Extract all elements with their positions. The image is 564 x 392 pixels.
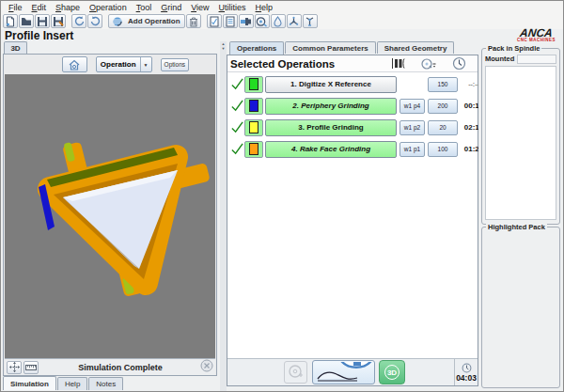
menu-file[interactable]: File — [4, 3, 27, 12]
axes-icon — [288, 16, 300, 27]
axes-setup-button[interactable] — [287, 14, 302, 28]
menu-help[interactable]: Help — [251, 3, 278, 12]
undo-icon — [73, 15, 86, 27]
view-toolbar: Operation ▼ Options — [5, 55, 215, 74]
delete-operation-button[interactable] — [186, 14, 201, 28]
new-file-icon — [5, 16, 16, 27]
operation-color-swatch[interactable] — [244, 119, 263, 136]
anca-logo-name: ANCA — [516, 27, 556, 39]
check-icon — [230, 142, 244, 156]
open-file-button[interactable] — [19, 14, 34, 28]
operation-button-rake-face[interactable]: 4. Rake Face Grinding — [265, 141, 397, 158]
main-toolbar: Add Operation — [1, 13, 563, 29]
operations-tabs: Operations Common Parameters Shared Geom… — [229, 41, 454, 55]
mounted-row: Mounted — [485, 54, 556, 64]
add-operation-button[interactable]: Add Operation — [108, 14, 185, 28]
title-bar: Profile Insert ANCA CNC MACHINES — [1, 29, 563, 41]
wheel-pack-icon — [391, 57, 406, 70]
wheel-contact-icon — [316, 362, 372, 383]
panel-splitter[interactable]: ▲ ▼ — [220, 41, 227, 391]
droplet-icon — [273, 16, 283, 27]
summary-button[interactable] — [223, 14, 238, 28]
view-panel: 3D Operation ▼ Options — [1, 41, 220, 391]
menu-view[interactable]: View — [186, 3, 213, 12]
time-estimate-button[interactable] — [447, 56, 470, 71]
menu-utilities[interactable]: Utilities — [214, 3, 251, 12]
tab-help[interactable]: Help — [57, 377, 87, 390]
tab-shared-geometry[interactable]: Shared Geometry — [377, 41, 455, 54]
left-bottom-tabs: Simulation Help Notes — [3, 376, 123, 390]
menu-grind[interactable]: Grind — [156, 3, 186, 12]
operation-color-swatch[interactable] — [244, 76, 263, 93]
wheel-button[interactable]: w1 p2 — [400, 120, 425, 135]
pack-in-spindle-title: Pack in Spindle — [486, 44, 541, 53]
operations-footer: 3D 04:03 — [227, 358, 478, 385]
splitter-down-icon[interactable]: ▼ — [220, 46, 227, 51]
save-button[interactable] — [35, 14, 50, 28]
wheel-pack-button[interactable] — [387, 56, 410, 71]
mounted-field[interactable] — [517, 55, 556, 64]
cycle-time-value: 04:03 — [456, 373, 477, 383]
wheel-disabled-icon — [288, 364, 305, 381]
tab-notes[interactable]: Notes — [88, 377, 123, 390]
feed-value-button[interactable]: 100 — [428, 142, 458, 157]
operations-panel: Selected Operations 1. Digitize X Refere… — [227, 55, 478, 386]
clock-icon — [462, 363, 472, 373]
operations-header: Selected Operations — [227, 55, 478, 72]
operation-button-periphery[interactable]: 2. Periphery Grinding — [265, 98, 397, 115]
tab-simulation[interactable]: Simulation — [3, 376, 56, 390]
simulation-status-bar: Simulation Complete — [5, 358, 215, 375]
stop-simulation-button[interactable] — [200, 359, 213, 376]
operation-row-4: 4. Rake Face Grinding w1 p1 100 01:29 — [230, 140, 475, 158]
redo-button[interactable] — [87, 14, 102, 28]
wheel-button[interactable]: w1 p4 — [400, 99, 425, 114]
tab-3d-view[interactable]: 3D — [4, 41, 27, 54]
save-as-button[interactable] — [51, 14, 66, 28]
save-as-icon — [53, 16, 64, 27]
check-icon — [230, 120, 244, 134]
pack-list[interactable] — [485, 66, 556, 220]
wheel-qualify-button[interactable] — [255, 14, 270, 28]
feed-value-button[interactable]: 20 — [428, 120, 458, 135]
operations-list: 1. Digitize X Reference 150 --:-- 2. Per… — [227, 73, 478, 358]
new-file-button[interactable] — [3, 14, 18, 28]
tab-operations[interactable]: Operations — [229, 41, 284, 55]
application-window: File Edit Shape Operation Tool Grind Vie… — [0, 0, 564, 392]
wheel-button[interactable]: w1 p1 — [400, 142, 425, 157]
operation-button-digitize[interactable]: 1. Digitize X Reference — [265, 76, 397, 93]
highlighted-pack-group: Highlighted Pack — [481, 227, 560, 388]
menu-shape[interactable]: Shape — [51, 3, 85, 12]
ruler-icon — [25, 363, 37, 372]
view-options-button[interactable]: Options — [161, 58, 189, 71]
undo-button[interactable] — [71, 14, 86, 28]
check-icon — [230, 77, 244, 91]
feed-value-button[interactable]: 150 — [428, 77, 458, 92]
view-mode-label: Operation — [97, 60, 140, 69]
view-3d-label: 3D — [384, 365, 400, 380]
menu-tool[interactable]: Tool — [132, 3, 157, 12]
tab-common-parameters[interactable]: Common Parameters — [285, 41, 375, 54]
trash-icon — [188, 16, 199, 27]
operation-color-swatch[interactable] — [244, 141, 263, 158]
view-mode-dropdown[interactable]: Operation ▼ — [96, 56, 152, 72]
wheel-editor-button[interactable] — [239, 14, 254, 28]
coolant-button[interactable] — [271, 14, 286, 28]
feed-value-button[interactable]: 200 — [428, 99, 458, 114]
view-3d-button[interactable]: 3D — [379, 360, 405, 384]
menu-operation[interactable]: Operation — [85, 3, 132, 12]
menu-edit[interactable]: Edit — [27, 3, 52, 12]
operation-color-swatch[interactable] — [244, 98, 263, 115]
measure-button[interactable] — [24, 361, 39, 374]
wheel-sim-button-disabled[interactable] — [284, 361, 307, 384]
tool-axis-button[interactable] — [303, 14, 318, 28]
redo-icon — [89, 15, 102, 27]
3d-viewport[interactable] — [5, 74, 215, 358]
pan-button[interactable] — [7, 361, 22, 374]
home-view-button[interactable] — [62, 56, 87, 72]
contact-simulation-button[interactable] — [312, 360, 375, 384]
save-icon — [37, 16, 48, 27]
operation-button-profile[interactable]: 3. Profile Grinding — [265, 119, 397, 136]
wheel-view-dropdown-button[interactable] — [417, 56, 440, 71]
checklist-button[interactable] — [207, 14, 222, 28]
check-icon — [230, 99, 244, 113]
